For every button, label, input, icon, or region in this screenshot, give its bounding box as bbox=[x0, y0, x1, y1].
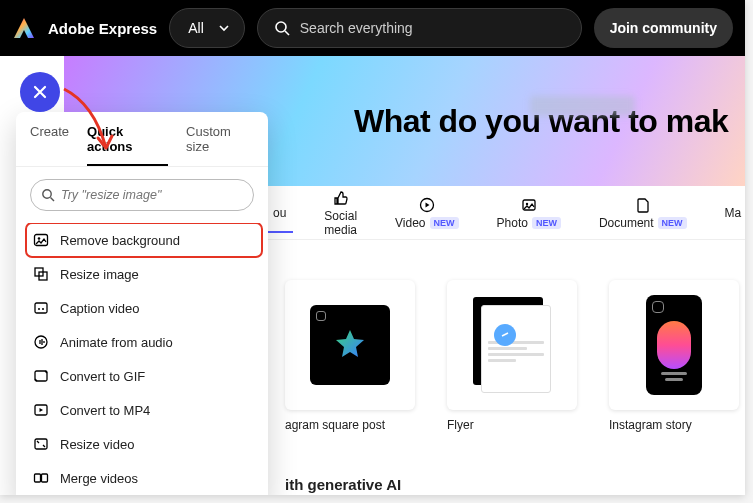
panel-tabs: Create Quick actions Custom size bbox=[16, 112, 268, 167]
caption-icon bbox=[32, 299, 50, 317]
search-icon bbox=[274, 20, 290, 36]
template-card-flyer[interactable]: Flyer bbox=[447, 280, 577, 432]
top-bar: Adobe Express All Join community bbox=[0, 0, 745, 56]
svg-rect-14 bbox=[35, 474, 41, 482]
search-icon bbox=[41, 188, 55, 202]
quick-action-label: Resize video bbox=[60, 437, 134, 452]
svg-rect-15 bbox=[42, 474, 48, 482]
quick-action-item[interactable]: Animate from audio bbox=[26, 325, 262, 359]
join-community-button[interactable]: Join community bbox=[594, 8, 733, 48]
quick-action-item[interactable]: Remove background bbox=[26, 223, 262, 257]
template-card-instagram-square[interactable]: agram square post bbox=[285, 280, 415, 432]
quick-action-item[interactable]: Resize video bbox=[26, 427, 262, 461]
svg-point-4 bbox=[43, 190, 51, 198]
card-label: agram square post bbox=[285, 418, 415, 432]
quick-action-item[interactable]: Merge videos bbox=[26, 461, 262, 495]
photo-icon bbox=[520, 196, 538, 214]
card-label: Flyer bbox=[447, 418, 577, 432]
category-photo[interactable]: PhotoNEW bbox=[497, 196, 561, 230]
quick-action-item[interactable]: Resize image bbox=[26, 257, 262, 291]
convert-gif-icon bbox=[32, 367, 50, 385]
svg-point-3 bbox=[526, 202, 528, 204]
quick-action-label: Remove background bbox=[60, 233, 180, 248]
category-video[interactable]: VideoNEW bbox=[395, 196, 458, 230]
quick-action-label: Resize image bbox=[60, 267, 139, 282]
svg-point-6 bbox=[38, 237, 41, 240]
image-remove-icon bbox=[32, 231, 50, 249]
adobe-express-logo bbox=[12, 16, 36, 40]
resize-video-icon bbox=[32, 435, 50, 453]
svg-rect-9 bbox=[35, 303, 47, 313]
generative-ai-heading: ith generative AI bbox=[285, 476, 401, 493]
panel-search-field[interactable] bbox=[30, 179, 254, 211]
quick-actions-list[interactable]: Remove backgroundResize imageCaption vid… bbox=[16, 223, 268, 495]
svg-rect-13 bbox=[35, 439, 47, 449]
play-circle-icon bbox=[418, 196, 436, 214]
new-badge: NEW bbox=[532, 217, 561, 229]
tab-quick-actions[interactable]: Quick actions bbox=[87, 124, 168, 166]
category-tabs: ou Social media VideoNEW PhotoNEW Docume… bbox=[265, 186, 745, 240]
tab-create[interactable]: Create bbox=[30, 124, 69, 166]
quick-action-item[interactable]: Convert to MP4 bbox=[26, 393, 262, 427]
template-card-instagram-story[interactable]: Instagram story bbox=[609, 280, 739, 432]
quick-action-label: Convert to GIF bbox=[60, 369, 145, 384]
svg-point-0 bbox=[276, 22, 286, 32]
quick-action-label: Merge videos bbox=[60, 471, 138, 486]
quick-action-item[interactable]: Caption video bbox=[26, 291, 262, 325]
document-icon bbox=[634, 196, 652, 214]
quick-action-label: Caption video bbox=[60, 301, 140, 316]
close-icon bbox=[32, 84, 48, 100]
quick-action-label: Convert to MP4 bbox=[60, 403, 150, 418]
quick-action-label: Animate from audio bbox=[60, 335, 173, 350]
new-badge: NEW bbox=[430, 217, 459, 229]
category-document[interactable]: DocumentNEW bbox=[599, 196, 687, 230]
thumbs-up-icon bbox=[332, 189, 350, 207]
hero-blur-decoration bbox=[530, 96, 635, 116]
card-label: Instagram story bbox=[609, 418, 739, 432]
svg-rect-11 bbox=[35, 371, 47, 381]
resize-icon bbox=[32, 265, 50, 283]
merge-icon bbox=[32, 469, 50, 487]
new-badge: NEW bbox=[658, 217, 687, 229]
category-for-you[interactable]: ou bbox=[273, 206, 286, 220]
svg-point-10 bbox=[35, 336, 47, 348]
audio-animate-icon bbox=[32, 333, 50, 351]
search-field[interactable] bbox=[257, 8, 582, 48]
filter-label: All bbox=[188, 20, 204, 36]
template-content: agram square post Flyer Instagram story … bbox=[265, 240, 745, 495]
category-marketing[interactable]: Ma bbox=[725, 206, 742, 220]
filter-dropdown[interactable]: All bbox=[169, 8, 245, 48]
quick-action-item[interactable]: Convert to GIF bbox=[26, 359, 262, 393]
convert-mp4-icon bbox=[32, 401, 50, 419]
close-panel-button[interactable] bbox=[20, 72, 60, 112]
tab-custom-size[interactable]: Custom size bbox=[186, 124, 254, 166]
category-social-media[interactable]: Social media bbox=[324, 189, 357, 237]
brand-name: Adobe Express bbox=[48, 20, 157, 37]
star-icon bbox=[332, 327, 368, 363]
chevron-down-icon bbox=[218, 22, 230, 34]
create-panel: Create Quick actions Custom size Remove … bbox=[16, 112, 268, 495]
search-input[interactable] bbox=[300, 20, 565, 36]
panel-search-input[interactable] bbox=[61, 188, 243, 202]
